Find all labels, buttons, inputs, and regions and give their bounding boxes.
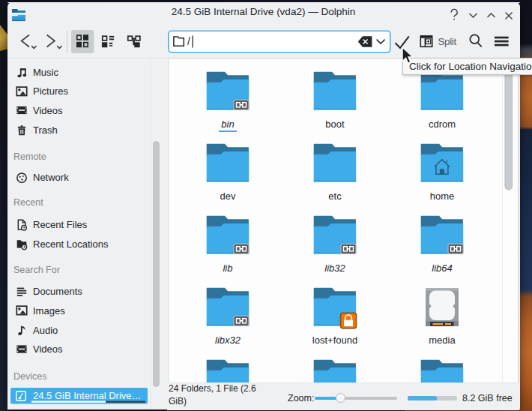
svg-text:Split: Split <box>438 36 457 47</box>
svg-text:/: / <box>187 35 190 47</box>
